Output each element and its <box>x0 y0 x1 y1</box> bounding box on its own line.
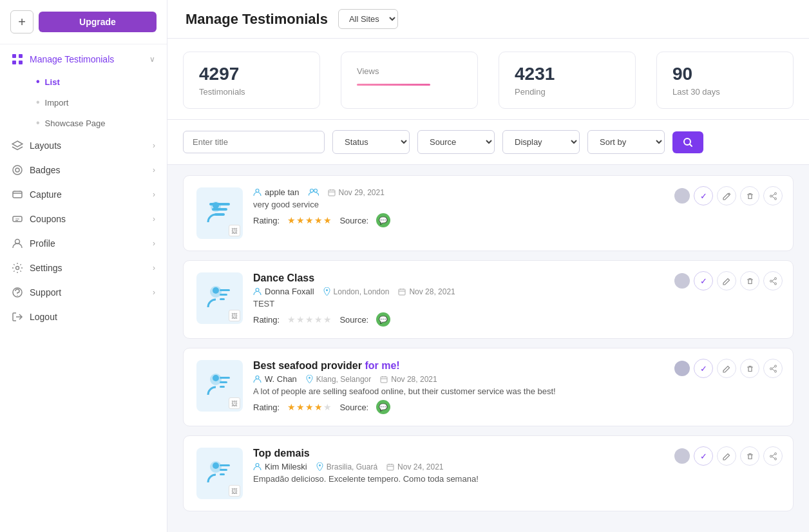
approve-button[interactable]: ✓ <box>694 446 713 466</box>
svg-point-55 <box>774 453 776 455</box>
coupons-icon <box>12 213 23 225</box>
status-toggle[interactable] <box>674 273 690 289</box>
sites-dropdown[interactable]: All Sites Site 1 Site 2 <box>338 9 398 29</box>
status-toggle[interactable] <box>674 361 690 376</box>
svg-rect-50 <box>220 469 227 471</box>
edit-button[interactable] <box>717 186 736 205</box>
sidebar-subitem-list[interactable]: List <box>30 71 167 92</box>
sidebar-item-label: Badges <box>30 165 60 175</box>
svg-point-5 <box>15 168 19 172</box>
sidebar-item-capture[interactable]: Capture › <box>0 182 167 207</box>
testimonial-card: 🖼 Best seafood provider for me! W. Chan … <box>183 348 794 426</box>
person-small-icon <box>253 462 262 471</box>
author-group-icon <box>309 188 319 196</box>
sidebar-item-label: Logout <box>30 312 57 322</box>
delete-button[interactable] <box>740 446 759 466</box>
display-filter[interactable]: Display All <box>502 130 580 154</box>
sidebar-subitem-showcase-page[interactable]: Showcase Page <box>30 113 167 133</box>
sidebar-item-settings[interactable]: Settings › <box>0 256 167 280</box>
sortby-filter[interactable]: Sort by Date Rating <box>587 130 665 154</box>
person-small-icon <box>253 287 262 296</box>
edit-button[interactable] <box>717 359 736 378</box>
share-button[interactable] <box>763 359 783 378</box>
card-actions: ✓ <box>674 446 783 466</box>
sidebar-item-manage-testimonials[interactable]: Manage Testimonials ∨ <box>0 47 167 71</box>
approve-button[interactable]: ✓ <box>694 359 713 378</box>
avatar: 🖼 <box>196 187 243 239</box>
search-button[interactable] <box>672 131 703 153</box>
filters-row: Status Approved Pending Source Chat Emai… <box>167 120 809 165</box>
avatar: 🖼 <box>196 272 243 324</box>
source-icon: 💬 <box>376 312 390 327</box>
nav-section-main: Manage Testimonials ∨ List Import Showca… <box>0 44 167 332</box>
card-body: TEST <box>253 299 780 309</box>
sidebar-subitem-import[interactable]: Import <box>30 92 167 113</box>
sidebar-item-coupons[interactable]: Coupons › <box>0 207 167 231</box>
svg-rect-49 <box>220 464 230 466</box>
svg-point-53 <box>319 464 321 466</box>
approve-button[interactable]: ✓ <box>694 271 713 290</box>
sidebar-item-support[interactable]: Support › <box>0 280 167 305</box>
author-name: apple tan <box>253 187 300 197</box>
author-name: Donna Foxall <box>253 287 314 296</box>
svg-point-26 <box>213 287 219 294</box>
status-filter[interactable]: Status Approved Pending <box>332 130 410 154</box>
person-small-icon <box>253 188 262 196</box>
svg-point-45 <box>774 370 776 372</box>
delete-button[interactable] <box>740 186 759 205</box>
share-button[interactable] <box>763 271 783 290</box>
share-button[interactable] <box>763 186 783 205</box>
sidebar: + Upgrade Manage Testimonials ∨ List Imp… <box>0 0 167 532</box>
svg-rect-27 <box>220 289 230 291</box>
stat-label-last30: Last 30 days <box>672 87 777 97</box>
chevron-right-icon: › <box>153 214 155 223</box>
location-icon <box>306 375 313 383</box>
edit-icon <box>723 452 731 461</box>
calendar-icon <box>328 189 336 196</box>
stars: ★★★★★ <box>287 314 332 325</box>
sidebar-item-label: Layouts <box>30 140 61 151</box>
svg-point-48 <box>213 462 219 469</box>
upgrade-button[interactable]: Upgrade <box>39 12 157 32</box>
group-icon <box>309 188 319 196</box>
svg-rect-15 <box>214 213 225 216</box>
logout-icon <box>12 311 23 323</box>
approve-button[interactable]: ✓ <box>694 186 713 205</box>
edit-icon <box>723 277 731 285</box>
stat-card-views: Views <box>341 52 478 109</box>
card-date: Nov 24, 2021 <box>386 462 443 471</box>
capture-icon <box>12 189 23 200</box>
card-actions: ✓ <box>674 271 783 290</box>
profile-icon <box>12 238 23 249</box>
sidebar-item-profile[interactable]: Profile › <box>0 231 167 256</box>
add-button[interactable]: + <box>10 10 33 33</box>
source-filter[interactable]: Source Chat Email <box>417 130 495 154</box>
trash-icon <box>746 277 754 285</box>
edit-button[interactable] <box>717 446 736 466</box>
person-icon <box>204 370 235 401</box>
sidebar-item-badges[interactable]: Badges › <box>0 158 167 182</box>
svg-rect-51 <box>220 473 225 475</box>
share-icon <box>769 192 777 200</box>
edit-button[interactable] <box>717 271 736 290</box>
author-name: W. Chan <box>253 374 297 384</box>
title-filter-input[interactable] <box>183 131 325 153</box>
stat-label-views: Views <box>357 66 462 76</box>
image-icon: 🖼 <box>229 485 240 497</box>
status-toggle[interactable] <box>674 188 690 204</box>
delete-button[interactable] <box>740 271 759 290</box>
person-icon <box>204 283 235 314</box>
testimonial-card: 🖼 Dance Class Donna Foxall London, Londo… <box>183 260 794 339</box>
sidebar-item-layouts[interactable]: Layouts › <box>0 133 167 158</box>
status-toggle[interactable] <box>674 448 690 464</box>
sidebar-item-logout[interactable]: Logout <box>0 305 167 329</box>
delete-button[interactable] <box>740 359 759 378</box>
card-rating: Rating: ★★★★★ Source: 💬 <box>253 400 780 414</box>
svg-rect-21 <box>328 190 335 196</box>
location-icon <box>323 287 330 296</box>
chevron-right-icon: › <box>153 239 155 248</box>
edit-icon <box>723 192 731 200</box>
support-icon <box>12 287 23 298</box>
share-button[interactable] <box>763 446 783 466</box>
share-icon <box>769 365 777 373</box>
